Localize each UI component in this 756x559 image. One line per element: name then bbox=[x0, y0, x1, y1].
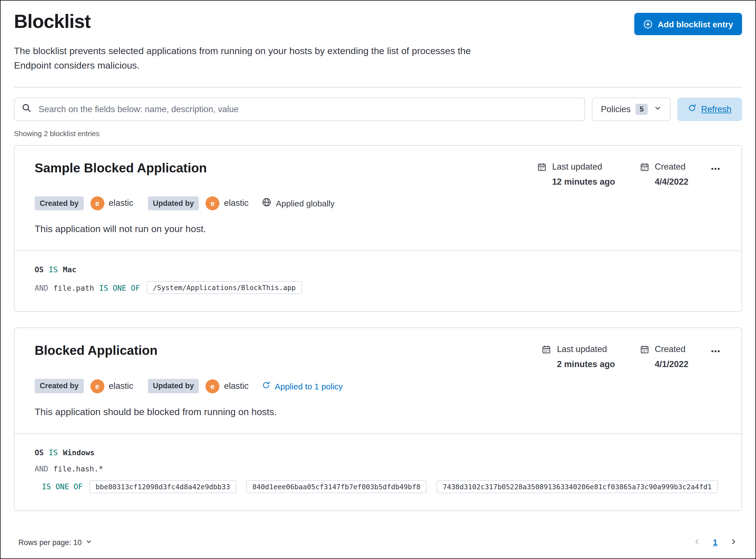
applied-scope-label: Applied globally bbox=[276, 199, 334, 208]
entry-meta: Last updated 2 minutes ago Created 4/1/2… bbox=[542, 343, 721, 370]
policy-sync-icon bbox=[262, 381, 270, 391]
created-by-user: elastic bbox=[109, 198, 133, 208]
criteria-os-operator: IS bbox=[49, 265, 58, 274]
policies-filter-button[interactable]: Policies 5 bbox=[592, 97, 670, 121]
calendar-icon bbox=[640, 162, 649, 186]
criteria-value-chip: bbe80313cf12098d3fc4d8a42e9dbb33 bbox=[89, 480, 236, 493]
search-icon bbox=[22, 103, 31, 115]
page-header: Blocklist Add blocklist entry bbox=[14, 1, 742, 35]
rows-per-page-button[interactable]: Rows per page: 10 bbox=[14, 538, 92, 547]
entry-card-header: Sample Blocked Application Last updated … bbox=[15, 145, 741, 250]
applied-scope: Applied globally bbox=[262, 198, 334, 209]
rows-per-page-label: Rows per page: 10 bbox=[18, 538, 82, 547]
last-updated-meta: Last updated 12 minutes ago bbox=[537, 161, 615, 186]
pagination: 1 bbox=[692, 537, 739, 549]
toolbar: Policies 5 Refresh bbox=[14, 97, 742, 121]
created-label: Created bbox=[655, 344, 688, 355]
criteria-os-value: Windows bbox=[63, 448, 95, 457]
refresh-button[interactable]: Refresh bbox=[677, 97, 742, 121]
criteria-operator: IS ONE OF bbox=[42, 482, 83, 491]
criteria-and: AND bbox=[35, 284, 48, 292]
plus-in-circle-icon bbox=[643, 19, 653, 29]
chevron-down-icon bbox=[86, 538, 92, 547]
created-label: Created bbox=[655, 161, 688, 172]
entry-title: Blocked Application bbox=[35, 343, 157, 358]
entry-card-header: Blocked Application Last updated 2 minut… bbox=[15, 328, 741, 433]
chevron-right-icon bbox=[730, 539, 738, 547]
chevron-left-icon bbox=[693, 539, 701, 547]
criteria-and: AND bbox=[35, 464, 48, 473]
applied-policy-link[interactable]: Applied to 1 policy bbox=[262, 381, 343, 391]
boxes-horizontal-icon bbox=[711, 350, 720, 358]
entry-description: This application should be blocked from … bbox=[35, 407, 721, 418]
created-by-user: elastic bbox=[109, 381, 133, 391]
last-updated-label: Last updated bbox=[557, 344, 615, 355]
criteria-operator: IS ONE OF bbox=[99, 284, 140, 292]
search-input[interactable] bbox=[37, 104, 577, 115]
entry-title: Sample Blocked Application bbox=[35, 160, 207, 176]
refresh-icon bbox=[688, 104, 696, 114]
globe-icon bbox=[262, 198, 272, 209]
updated-by-badge: Updated by bbox=[148, 379, 199, 393]
entry-actions-menu-button[interactable] bbox=[710, 161, 721, 177]
criteria-line: AND file.path IS ONE OF /System/Applicat… bbox=[35, 282, 721, 294]
last-updated-value: 2 minutes ago bbox=[557, 360, 615, 370]
updated-by-badge: Updated by bbox=[148, 196, 199, 210]
blocklist-entry-card: Sample Blocked Application Last updated … bbox=[14, 145, 742, 312]
entry-criteria: OS IS Mac AND file.path IS ONE OF /Syste… bbox=[15, 251, 741, 312]
criteria-line: OS IS Mac bbox=[35, 265, 721, 274]
add-blocklist-entry-button[interactable]: Add blocklist entry bbox=[634, 13, 742, 35]
avatar: e bbox=[206, 196, 219, 210]
search-box[interactable] bbox=[14, 97, 585, 121]
next-page-button[interactable] bbox=[729, 537, 739, 549]
applied-scope-label: Applied to 1 policy bbox=[275, 381, 343, 391]
created-by-badge: Created by bbox=[35, 196, 84, 210]
header-divider bbox=[14, 87, 742, 87]
entry-meta: Last updated 12 minutes ago Created 4/4/… bbox=[537, 160, 721, 186]
entry-description: This application will not run on your ho… bbox=[35, 224, 721, 235]
criteria-field: file.path bbox=[53, 284, 94, 292]
chevron-down-icon bbox=[653, 104, 661, 114]
page-title: Blocklist bbox=[14, 10, 90, 32]
previous-page-button[interactable] bbox=[692, 537, 702, 549]
created-meta: Created 4/1/2022 bbox=[640, 344, 688, 370]
updated-by-user: elastic bbox=[224, 198, 249, 208]
avatar: e bbox=[90, 379, 104, 393]
viewport: Blocklist Add blocklist entry The blockl… bbox=[0, 0, 756, 559]
policies-filter-label: Policies bbox=[601, 104, 631, 114]
criteria-os-value: Mac bbox=[63, 265, 77, 274]
blocklist-page: Blocklist Add blocklist entry The blockl… bbox=[0, 0, 756, 559]
criteria-os-field: OS bbox=[35, 265, 44, 274]
entry-attribution-row: Created by e elastic Updated by e elasti… bbox=[35, 196, 721, 210]
entry-attribution-row: Created by e elastic Updated by e elasti… bbox=[35, 379, 721, 393]
calendar-icon bbox=[542, 345, 552, 370]
created-meta: Created 4/4/2022 bbox=[640, 161, 688, 186]
created-value: 4/1/2022 bbox=[655, 360, 688, 370]
updated-by-user: elastic bbox=[224, 381, 249, 391]
criteria-line: OS IS Windows bbox=[35, 448, 721, 457]
calendar-icon bbox=[537, 162, 547, 186]
last-updated-value: 12 minutes ago bbox=[552, 177, 615, 186]
criteria-value-chip: 7438d3102c317b05228a350891363340206e81cf… bbox=[437, 480, 718, 493]
created-by-badge: Created by bbox=[35, 379, 84, 393]
policies-count-badge: 5 bbox=[636, 104, 647, 115]
last-updated-meta: Last updated 2 minutes ago bbox=[542, 344, 615, 370]
blocklist-entry-card: Blocked Application Last updated 2 minut… bbox=[14, 328, 742, 511]
boxes-horizontal-icon bbox=[711, 166, 720, 175]
avatar: e bbox=[90, 196, 104, 210]
page-number-button[interactable]: 1 bbox=[713, 538, 717, 547]
criteria-value-chip: 840d1eee06baa05cf3147fb7ef003b5dfdb49bf8 bbox=[246, 480, 427, 493]
criteria-line: IS ONE OF bbe80313cf12098d3fc4d8a42e9dbb… bbox=[35, 480, 721, 493]
criteria-os-field: OS bbox=[35, 448, 44, 457]
created-value: 4/4/2022 bbox=[655, 177, 688, 186]
page-description: The blocklist prevents selected applicat… bbox=[14, 44, 505, 73]
entry-actions-menu-button[interactable] bbox=[710, 344, 721, 360]
criteria-os-operator: IS bbox=[49, 448, 58, 457]
last-updated-label: Last updated bbox=[552, 161, 615, 172]
criteria-value-chip: /System/Applications/BlockThis.app bbox=[147, 282, 302, 294]
entry-criteria: OS IS Windows AND file.hash.* IS ONE OF … bbox=[15, 433, 741, 511]
criteria-field: file.hash.* bbox=[53, 464, 103, 473]
results-count: Showing 2 blocklist entries bbox=[14, 129, 742, 137]
calendar-icon bbox=[640, 345, 649, 370]
avatar: e bbox=[206, 379, 219, 393]
